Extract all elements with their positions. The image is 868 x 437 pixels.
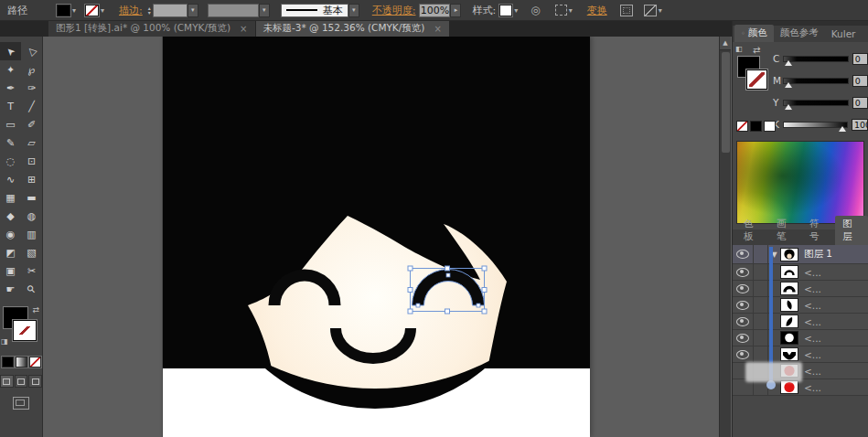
- pencil-tool[interactable]: ✎: [0, 133, 21, 152]
- visibility-toggle[interactable]: [733, 297, 754, 313]
- panel-tab-Kuler[interactable]: Kuler: [825, 27, 863, 42]
- fill-color-swatch[interactable]: [57, 5, 70, 16]
- layer-row-7[interactable]: <...: [733, 346, 868, 363]
- hand-tool[interactable]: ☛: [0, 280, 21, 298]
- slider-value-Y[interactable]: 0: [852, 97, 868, 109]
- slider-value-K[interactable]: 100: [852, 119, 868, 131]
- stroke-caret-icon[interactable]: ▾: [101, 6, 104, 15]
- slider-track-C[interactable]: [783, 56, 849, 62]
- isolate-selection-icon[interactable]: [644, 5, 657, 16]
- document-tab-2[interactable]: 未标题-3* @ 152.36% (CMYK/预览) ×: [256, 20, 449, 37]
- layer-name[interactable]: <...: [804, 382, 821, 393]
- stroke-weight-stepper[interactable]: ▴ ▾: [148, 5, 151, 15]
- draw-normal-button[interactable]: [0, 375, 14, 388]
- panel-tab-色板[interactable]: 色板: [736, 216, 769, 245]
- layer-thumbnail[interactable]: [780, 380, 798, 394]
- align-icon[interactable]: [620, 5, 633, 16]
- slider-marker[interactable]: [839, 126, 846, 132]
- opacity-panel-link[interactable]: 不透明度:: [372, 4, 416, 17]
- panel-tab-颜色[interactable]: ◦颜色: [734, 25, 774, 42]
- panel-tab-颜色参考[interactable]: 颜色参考: [774, 25, 825, 42]
- eyedropper-tool[interactable]: ◆: [0, 207, 21, 225]
- layer-thumbnail[interactable]: [780, 298, 798, 312]
- select-similar-caret-icon[interactable]: ▾: [569, 6, 573, 15]
- layer-name[interactable]: <...: [804, 366, 821, 377]
- gradient-tool[interactable]: ▬: [21, 188, 42, 207]
- slider-track-M[interactable]: [783, 78, 849, 84]
- artwork[interactable]: [43, 37, 732, 437]
- live-paint-tool[interactable]: ▧: [21, 243, 42, 261]
- color-spectrum[interactable]: [736, 141, 864, 224]
- selection-tool[interactable]: ➤: [0, 42, 21, 60]
- none-button[interactable]: [29, 357, 41, 368]
- screen-mode-button[interactable]: [13, 397, 29, 410]
- stroke-weight-caret-icon[interactable]: ▾: [188, 4, 198, 17]
- direct-selection-tool[interactable]: ▷: [21, 42, 42, 60]
- line-segment-tool[interactable]: ╱: [21, 97, 42, 115]
- layer-thumbnail[interactable]: [780, 248, 798, 261]
- opacity-field[interactable]: 100%: [419, 4, 450, 17]
- slider-value-M[interactable]: 0: [852, 75, 868, 87]
- visibility-toggle[interactable]: [733, 264, 754, 280]
- stroke-color-swatch[interactable]: [85, 5, 99, 16]
- layer-row-2[interactable]: <...: [733, 264, 868, 281]
- panel-tab-符号[interactable]: 符号: [802, 216, 835, 245]
- layer-thumbnail[interactable]: [780, 331, 798, 345]
- lock-cell[interactable]: [754, 297, 768, 313]
- layer-name[interactable]: <...: [804, 349, 821, 360]
- document-tab-2-close-icon[interactable]: ×: [434, 24, 441, 34]
- isolate-caret-icon[interactable]: ▾: [659, 6, 662, 15]
- visibility-toggle[interactable]: [733, 346, 754, 362]
- lasso-tool[interactable]: ℘: [21, 60, 42, 79]
- document-tab-1[interactable]: 图形1 [转换].ai* @ 100% (CMYK/预览) ×: [48, 20, 255, 37]
- visibility-toggle[interactable]: [733, 281, 754, 296]
- panel-tab-图层[interactable]: 图层: [835, 216, 868, 245]
- opacity-caret-icon[interactable]: ▸: [450, 4, 461, 17]
- stroke-weight-field[interactable]: [153, 4, 188, 17]
- layer-name[interactable]: <...: [804, 267, 821, 278]
- style-caret-icon[interactable]: ▾: [514, 6, 518, 15]
- artboard-tool[interactable]: ▣: [0, 261, 21, 280]
- pen-tool[interactable]: ✒: [0, 79, 21, 97]
- shape-builder-tool[interactable]: ◩: [0, 243, 21, 261]
- paintbrush-tool[interactable]: ✐: [21, 115, 42, 133]
- transform-panel-link[interactable]: 变换: [587, 4, 607, 17]
- magic-wand-tool[interactable]: ✦: [0, 60, 21, 79]
- default-fill-stroke-icon[interactable]: ◨: [1, 337, 8, 346]
- lock-cell[interactable]: [754, 281, 768, 296]
- style-swatch[interactable]: [499, 5, 512, 16]
- panel-tab-画笔[interactable]: 画笔: [769, 216, 802, 245]
- select-similar-icon[interactable]: [555, 5, 567, 16]
- layer-name[interactable]: <...: [804, 283, 821, 294]
- visibility-toggle[interactable]: [733, 330, 754, 346]
- recolor-artwork-icon[interactable]: ◎: [530, 4, 540, 16]
- lock-cell[interactable]: [754, 314, 768, 329]
- none-swatch[interactable]: [736, 121, 748, 132]
- fill-caret-icon[interactable]: ▾: [72, 6, 76, 15]
- white-swatch[interactable]: [764, 121, 776, 132]
- symbol-sprayer-tool[interactable]: ◉: [0, 225, 21, 243]
- zoom-tool[interactable]: ⚲: [21, 280, 42, 298]
- layer-thumbnail[interactable]: [780, 282, 798, 295]
- layer-name[interactable]: <...: [804, 300, 821, 311]
- layer-row-6[interactable]: <...: [733, 330, 868, 346]
- layer-name[interactable]: 图层 1: [804, 248, 832, 261]
- lock-cell[interactable]: [754, 346, 768, 362]
- gradient-button[interactable]: [16, 357, 27, 368]
- layer-row-5[interactable]: <...: [733, 314, 868, 330]
- visibility-toggle[interactable]: [733, 314, 754, 329]
- layer-row-4[interactable]: <...: [733, 297, 868, 314]
- document-tab-1-close-icon[interactable]: ×: [240, 24, 247, 34]
- lock-cell[interactable]: [754, 245, 768, 263]
- slider-track-Y[interactable]: [783, 100, 849, 106]
- width-tool[interactable]: ∿: [0, 170, 21, 188]
- panel-stroke-swatch[interactable]: [746, 69, 767, 90]
- canvas-area[interactable]: ▲: [43, 37, 732, 437]
- brush-pen-tool[interactable]: ✑: [21, 79, 42, 97]
- black-swatch[interactable]: [750, 121, 762, 132]
- rectangle-tool[interactable]: ▭: [0, 115, 21, 133]
- brush-definition-dropdown[interactable]: 基本: [281, 4, 348, 17]
- layer-thumbnail[interactable]: [780, 314, 798, 328]
- swap-fill-stroke-icon[interactable]: ⇄: [32, 305, 39, 314]
- eraser-tool[interactable]: ▱: [21, 133, 42, 152]
